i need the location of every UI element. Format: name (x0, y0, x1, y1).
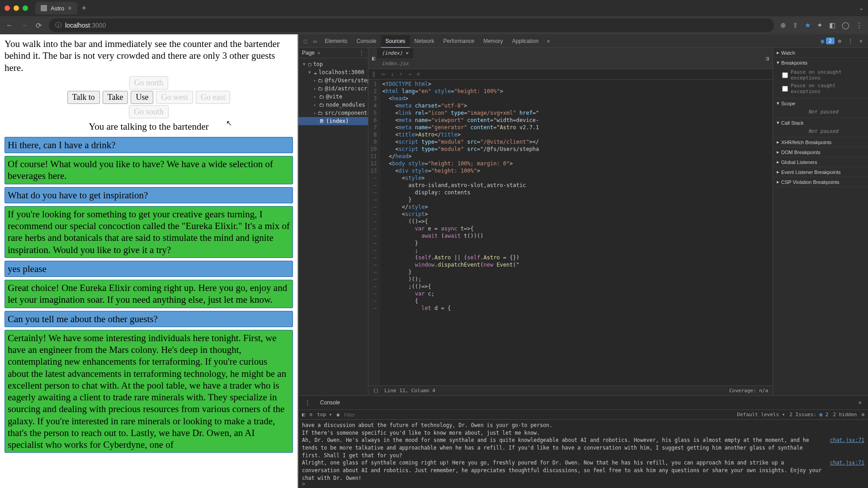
scope-section[interactable]: ▾Scope (773, 99, 868, 108)
page-tab[interactable]: Page (302, 50, 315, 56)
tree-folder[interactable]: ▸🗀node_modules (298, 101, 368, 109)
sidebar-toggle-icon[interactable]: ◧ (370, 53, 377, 63)
profile-icon[interactable]: ◯ (842, 21, 849, 29)
editor-tabs: ◧ (index)×index.jsx ◨ (368, 48, 773, 69)
debug-step-icon[interactable]: → (408, 71, 411, 77)
levels-dropdown[interactable]: Default levels ▾ (737, 412, 785, 418)
sidepanel-icon[interactable]: ◧ (829, 21, 835, 29)
window-maximize-button[interactable] (23, 5, 28, 11)
console-menu-icon[interactable]: ⋮ (302, 398, 313, 408)
console-filter-input[interactable] (344, 412, 732, 418)
bookmark-icon[interactable]: ★ (805, 21, 811, 29)
dock-menu-icon[interactable]: ⋮ (845, 36, 856, 46)
extensions-icon[interactable]: ✦ (817, 21, 823, 29)
toggle-nav-icon[interactable]: ◨ (766, 55, 769, 61)
devtools-tab-console[interactable]: Console (352, 35, 381, 47)
console-output[interactable]: have a discussion about the future of te… (298, 420, 868, 480)
devtools-tab-application[interactable]: Application (508, 35, 543, 47)
log-source-link[interactable]: chat.jsx:71 (830, 459, 864, 467)
log-source-link[interactable]: chat.jsx:71 (830, 436, 864, 444)
uncaught-checkbox[interactable] (782, 72, 788, 78)
debug-stepover-icon[interactable]: ⤼ (381, 71, 385, 77)
console-sidebar-icon[interactable]: ◧ (302, 412, 305, 418)
menu-icon[interactable]: ⋮ (856, 21, 863, 29)
debug-deactivate-icon[interactable]: ⊘ (417, 71, 420, 77)
go-south-button[interactable]: Go south (129, 105, 169, 118)
url-bar: ← → ⟳ ⓘ localhost:3000 ⊕ ⇪ ★ ✦ ◧ ◯ ⋮ (0, 16, 868, 34)
use-button[interactable]: Use (131, 91, 153, 104)
eye-icon[interactable]: ◉ (336, 412, 340, 418)
reload-button[interactable]: ⟳ (34, 21, 42, 30)
xhr-section[interactable]: ▸XHR/fetch Breakpoints (773, 137, 868, 147)
console-context[interactable]: top ▾ (317, 412, 332, 418)
address-bar[interactable]: ⓘ localhost:3000 (49, 19, 774, 32)
tree-host[interactable]: ▼☁localhost:3000 (298, 68, 368, 76)
back-button[interactable]: ← (5, 21, 14, 29)
code-content[interactable]: <!DOCTYPE html><html lang="en" style="he… (380, 80, 539, 385)
devtools-tabs: ⬚ ▭ ElementsConsoleSourcesNetworkPerform… (298, 34, 868, 48)
global-section[interactable]: ▸Global Listeners (773, 157, 868, 167)
device-icon[interactable]: ▭ (311, 36, 319, 46)
window-close-button[interactable] (5, 5, 10, 11)
more-tabs-icon[interactable]: » (544, 36, 552, 46)
window-minimize-button[interactable] (14, 5, 19, 11)
share-icon[interactable]: ⇪ (793, 21, 798, 29)
settings-icon[interactable]: ⚙ (835, 36, 844, 46)
browser-tab[interactable]: Astro × (35, 2, 77, 14)
editor-tab[interactable]: index.jsx (377, 58, 413, 69)
console-drawer: ⋮ Console × ◧ ⊘ top ▾ ◉ Default levels ▾… (298, 395, 868, 488)
dom-section[interactable]: ▸DOM Breakpoints (773, 147, 868, 157)
go-east-button[interactable]: Go east (196, 91, 230, 104)
console-clear-icon[interactable]: ⊘ (310, 412, 313, 418)
sources-file-pane: Page » ⋮ ▼▢top ▼☁localhost:3000 ▸🗀@fs/Us… (298, 48, 368, 395)
braces-icon[interactable]: {} (373, 388, 379, 394)
caught-checkbox[interactable] (782, 86, 788, 92)
go-north-button[interactable]: Go north (129, 76, 169, 89)
devtools-tab-network[interactable]: Network (410, 35, 439, 47)
tree-top[interactable]: ▼▢top (298, 60, 368, 68)
npc-message: If you're looking for something to get y… (5, 206, 293, 258)
debug-stepout-icon[interactable]: ↑ (399, 71, 402, 77)
tree-folder[interactable]: ▸🗀@vite (298, 93, 368, 101)
site-info-icon[interactable]: ⓘ (55, 21, 61, 29)
devtools-tab-performance[interactable]: Performance (439, 35, 479, 47)
file-tree[interactable]: ▼▢top ▼☁localhost:3000 ▸🗀@fs/Users/steph… (298, 58, 368, 395)
event-section[interactable]: ▸Event Listener Breakpoints (773, 167, 868, 177)
devtools-tab-elements[interactable]: Elements (320, 35, 352, 47)
new-tab-button[interactable]: + (82, 4, 87, 13)
take-button[interactable]: Take (103, 91, 128, 104)
tree-file-index[interactable]: 🖹(index) (298, 117, 368, 125)
devtools-close-icon[interactable]: × (857, 36, 865, 46)
chevron-down-icon[interactable]: ⌄ (859, 5, 863, 11)
zoom-icon[interactable]: ⊕ (780, 21, 786, 29)
user-message: yes please (5, 261, 293, 277)
talk-to-button[interactable]: Talk to (67, 91, 100, 104)
console-settings-icon[interactable]: ⚙ (861, 412, 864, 418)
code-editor[interactable]: 12345678910111213——————————————————— <!D… (368, 80, 773, 385)
go-west-button[interactable]: Go west (156, 91, 193, 104)
inspect-icon[interactable]: ⬚ (301, 36, 310, 46)
forward-button[interactable]: → (20, 21, 28, 29)
watch-section[interactable]: ▸Watch (773, 48, 868, 57)
breakpoints-section[interactable]: ▾Breakpoints (773, 58, 868, 67)
issues-label[interactable]: 2 Issues: ▣ 2 (789, 412, 828, 418)
tree-folder[interactable]: ▸🗀src/components (298, 109, 368, 117)
chat-log: Hi there, can I have a drink?Of course! … (5, 137, 293, 453)
user-message: Hi there, can I have a drink? (5, 137, 293, 153)
tree-folder[interactable]: ▸🗀@fs/Users/stepha (298, 76, 368, 84)
devtools-tab-sources[interactable]: Sources (381, 35, 410, 48)
devtools-tab-memory[interactable]: Memory (479, 35, 507, 47)
callstack-section[interactable]: ▾Call Stack (773, 118, 868, 127)
console-tab[interactable]: Console (316, 398, 344, 407)
console-prompt[interactable]: > (298, 480, 868, 488)
tree-folder[interactable]: ▸🗀@id/astro:scripts (298, 84, 368, 93)
kebab-icon[interactable]: ⋮ (359, 50, 364, 56)
debug-stepin-icon[interactable]: ↓ (391, 71, 394, 77)
console-close-icon[interactable]: × (856, 398, 864, 408)
close-icon[interactable]: × (68, 5, 71, 12)
csp-section[interactable]: ▸CSP Violation Breakpoints (773, 177, 868, 187)
editor-tab[interactable]: (index)× (377, 48, 413, 58)
more-icon[interactable]: » (317, 50, 321, 56)
debug-pause-icon[interactable]: ‖ (372, 71, 375, 77)
issues-indicator[interactable]: ▣2 (821, 38, 835, 44)
